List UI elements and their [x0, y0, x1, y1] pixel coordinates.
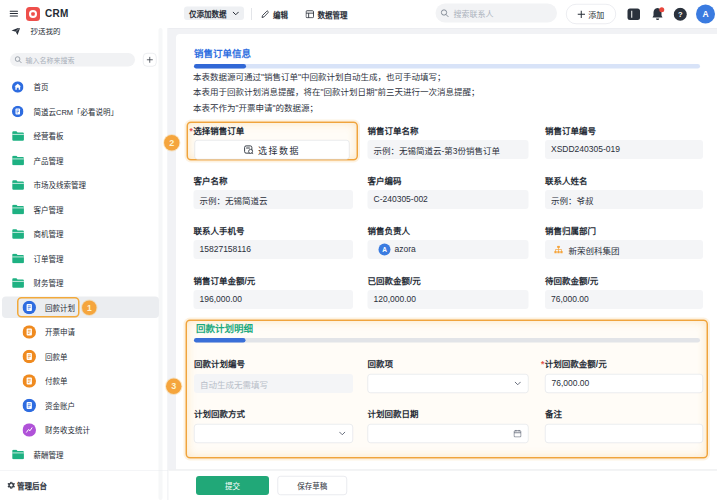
svg-text:?: ?: [678, 10, 683, 19]
